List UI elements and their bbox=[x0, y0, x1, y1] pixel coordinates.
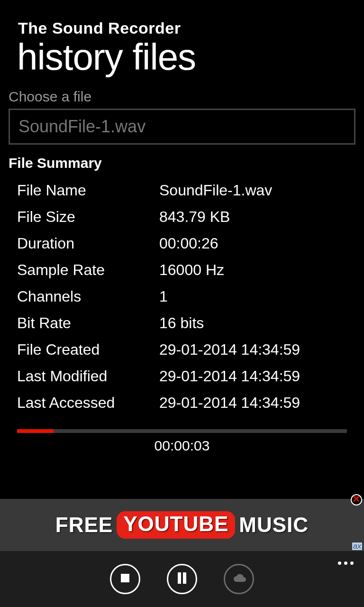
playback-progress-fill bbox=[17, 429, 54, 433]
ad-network-tag: ax bbox=[352, 543, 362, 550]
cloud-upload-button[interactable] bbox=[224, 564, 254, 594]
dot-icon bbox=[350, 561, 354, 565]
summary-value: 16000 Hz bbox=[159, 261, 224, 279]
summary-row-modified: Last Modified 29-01-2014 14:34:59 bbox=[17, 363, 355, 389]
summary-label: Last Accessed bbox=[17, 394, 159, 412]
summary-row-samplerate: Sample Rate 16000 Hz bbox=[17, 257, 355, 283]
file-selector-value: SoundFile-1.wav bbox=[18, 117, 146, 137]
summary-row-bitrate: Bit Rate 16 bits bbox=[17, 310, 355, 336]
ad-text-free: FREE bbox=[55, 513, 113, 537]
summary-label: Last Modified bbox=[17, 368, 159, 385]
playback-elapsed: 00:00:03 bbox=[17, 438, 347, 454]
summary-label: File Size bbox=[17, 208, 159, 226]
stop-icon bbox=[120, 573, 130, 585]
summary-row-filename: File Name SoundFile-1.wav bbox=[17, 177, 355, 203]
summary-value: 29-01-2014 14:34:59 bbox=[159, 394, 300, 412]
dot-icon bbox=[344, 561, 347, 565]
svg-rect-3 bbox=[178, 572, 181, 584]
more-button[interactable] bbox=[338, 561, 354, 565]
summary-value: 29-01-2014 14:34:59 bbox=[159, 368, 300, 385]
pause-icon bbox=[177, 572, 187, 586]
summary-row-accessed: Last Accessed 29-01-2014 14:34:59 bbox=[17, 389, 355, 416]
svg-rect-4 bbox=[183, 572, 186, 584]
summary-label: Bit Rate bbox=[17, 314, 159, 332]
summary-value: 16 bits bbox=[159, 314, 204, 332]
close-icon bbox=[353, 496, 360, 504]
summary-value: 29-01-2014 14:34:59 bbox=[159, 341, 300, 359]
page-title: history files bbox=[17, 38, 355, 75]
summary-row-created: File Created 29-01-2014 14:34:59 bbox=[17, 336, 355, 363]
summary-label: Channels bbox=[17, 288, 159, 305]
summary-value: 843.79 KB bbox=[159, 208, 230, 226]
ad-youtube-pill: YOUTUBE bbox=[117, 511, 235, 539]
summary-row-duration: Duration 00:00:26 bbox=[17, 230, 355, 257]
choose-file-label: Choose a file bbox=[9, 89, 355, 105]
ad-text-music: MUSIC bbox=[239, 513, 309, 537]
svg-rect-2 bbox=[121, 574, 129, 582]
ad-banner[interactable]: FREE YOUTUBE MUSIC ax bbox=[0, 499, 364, 551]
pause-button[interactable] bbox=[167, 564, 197, 594]
summary-value: SoundFile-1.wav bbox=[159, 182, 272, 199]
summary-label: File Created bbox=[17, 341, 159, 359]
summary-row-channels: Channels 1 bbox=[17, 283, 355, 310]
cloud-icon bbox=[231, 572, 247, 586]
file-selector[interactable]: SoundFile-1.wav bbox=[9, 109, 355, 145]
ad-close-button[interactable] bbox=[351, 494, 362, 506]
stop-button[interactable] bbox=[110, 564, 140, 594]
file-summary-header: File Summary bbox=[9, 155, 355, 171]
ad-text-youtube: YOUTUBE bbox=[123, 512, 228, 536]
file-summary-table: File Name SoundFile-1.wav File Size 843.… bbox=[9, 177, 355, 416]
playback-progress[interactable] bbox=[17, 429, 347, 433]
summary-row-filesize: File Size 843.79 KB bbox=[17, 203, 355, 230]
summary-value: 1 bbox=[159, 288, 168, 305]
summary-label: File Name bbox=[17, 182, 159, 199]
dot-icon bbox=[338, 561, 341, 565]
summary-label: Duration bbox=[17, 235, 159, 252]
app-title: The Sound Recorder bbox=[18, 19, 355, 37]
summary-label: Sample Rate bbox=[17, 261, 159, 279]
summary-value: 00:00:26 bbox=[159, 235, 218, 252]
app-bar bbox=[0, 551, 364, 607]
